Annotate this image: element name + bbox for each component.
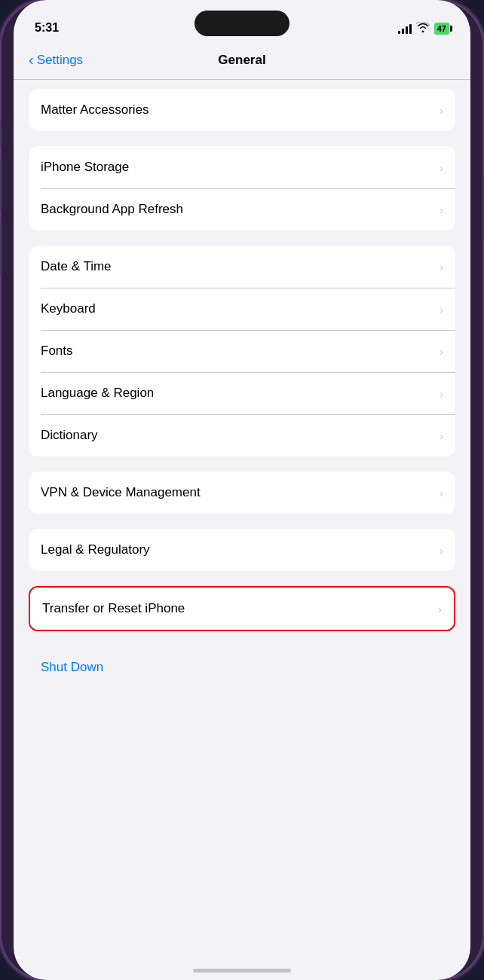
content-area: Matter Accessories › iPhone Storage › Ba…: [14, 80, 470, 980]
phone-frame: 5:31 47: [0, 0, 484, 980]
list-item[interactable]: iPhone Storage ›: [29, 146, 455, 188]
vpn-label: VPN & Device Management: [41, 485, 433, 500]
shutdown-item[interactable]: Shut Down: [29, 646, 455, 688]
settings-group-shutdown: Shut Down: [29, 646, 455, 688]
list-item[interactable]: Background App Refresh ›: [29, 188, 455, 230]
list-item[interactable]: Keyboard ›: [29, 288, 455, 330]
settings-group-storage: iPhone Storage › Background App Refresh …: [29, 146, 455, 230]
volume-up-button[interactable]: [0, 158, 1, 211]
mute-button[interactable]: [0, 121, 1, 148]
settings-group-legal: Legal & Regulatory ›: [29, 529, 455, 571]
chevron-icon: ›: [440, 429, 443, 442]
list-item[interactable]: Matter Accessories ›: [29, 89, 455, 131]
chevron-icon: ›: [440, 345, 443, 358]
dictionary-label: Dictionary: [41, 428, 433, 443]
list-item[interactable]: Language & Region ›: [29, 372, 455, 414]
signal-icon: [398, 23, 412, 34]
iphone-storage-label: iPhone Storage: [41, 160, 433, 175]
back-label: Settings: [37, 53, 83, 68]
status-time: 5:31: [35, 21, 59, 35]
dynamic-island: [195, 11, 289, 36]
background-app-refresh-label: Background App Refresh: [41, 202, 433, 217]
phone-screen: 5:31 47: [14, 0, 470, 980]
chevron-icon: ›: [440, 261, 443, 273]
chevron-icon: ›: [440, 161, 443, 174]
list-item[interactable]: VPN & Device Management ›: [29, 472, 455, 514]
transfer-reset-item[interactable]: Transfer or Reset iPhone ›: [30, 588, 454, 630]
legal-label: Legal & Regulatory: [41, 542, 433, 557]
volume-down-button[interactable]: [0, 223, 1, 276]
list-item[interactable]: Fonts ›: [29, 330, 455, 372]
matter-accessories-label: Matter Accessories: [41, 102, 433, 118]
home-indicator: [193, 969, 291, 972]
settings-group-transfer: Transfer or Reset iPhone ›: [29, 586, 455, 631]
fonts-label: Fonts: [41, 343, 433, 359]
settings-group-vpn: VPN & Device Management ›: [29, 472, 455, 514]
chevron-icon: ›: [438, 603, 442, 615]
chevron-icon: ›: [440, 303, 443, 316]
page-title: General: [218, 53, 265, 68]
status-icons: 47: [398, 22, 449, 35]
settings-group-localization: Date & Time › Keyboard › Fonts › Languag…: [29, 246, 455, 456]
chevron-icon: ›: [440, 387, 443, 400]
chevron-icon: ›: [440, 104, 443, 117]
list-item[interactable]: Dictionary ›: [29, 414, 455, 456]
list-item[interactable]: Legal & Regulatory ›: [29, 529, 455, 571]
battery-icon: 47: [434, 23, 449, 35]
list-item[interactable]: Date & Time ›: [29, 246, 455, 288]
wifi-icon: [416, 22, 430, 35]
keyboard-label: Keyboard: [41, 301, 433, 316]
chevron-icon: ›: [440, 544, 443, 557]
back-chevron-icon: ‹: [29, 52, 34, 67]
chevron-icon: ›: [440, 487, 443, 499]
date-time-label: Date & Time: [41, 259, 433, 274]
back-button[interactable]: ‹ Settings: [29, 53, 83, 68]
shutdown-label: Shut Down: [41, 660, 103, 675]
transfer-reset-label: Transfer or Reset iPhone: [42, 601, 432, 616]
nav-bar: ‹ Settings General: [14, 41, 470, 80]
settings-group-matter: Matter Accessories ›: [29, 89, 455, 131]
chevron-icon: ›: [440, 203, 443, 216]
language-region-label: Language & Region: [41, 386, 433, 401]
